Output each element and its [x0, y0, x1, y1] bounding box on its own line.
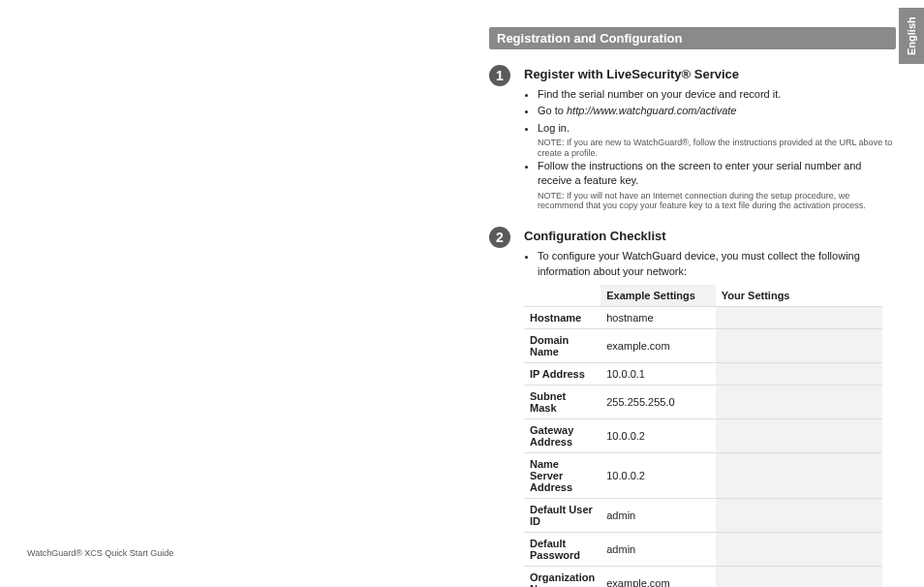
row-your-settings[interactable]	[716, 306, 882, 328]
row-your-settings[interactable]	[716, 532, 882, 566]
row-your-settings[interactable]	[716, 418, 882, 452]
row-example: 10.0.0.2	[601, 452, 716, 498]
table-row: Domain Nameexample.com	[524, 328, 882, 362]
th-example: Example Settings	[601, 285, 716, 307]
row-example: example.com	[601, 328, 716, 362]
row-label: Default User ID	[524, 498, 601, 532]
main-content: Registration and Configuration 1 Registe…	[489, 27, 896, 587]
footer-text: WatchGuard® XCS Quick Start Guide	[27, 548, 173, 558]
configuration-table: Example Settings Your Settings Hostnameh…	[524, 285, 882, 587]
row-your-settings[interactable]	[716, 362, 882, 385]
bullet-item: Log in.	[538, 121, 896, 136]
table-row: Organization Nameexample.com	[524, 566, 882, 587]
row-label: Default Password	[524, 532, 601, 566]
row-label: Domain Name	[524, 328, 601, 362]
row-label: Hostname	[524, 306, 601, 328]
row-example: 10.0.0.1	[601, 362, 716, 385]
table-body: HostnamehostnameDomain Nameexample.comIP…	[524, 306, 882, 587]
table-row: Gateway Address10.0.0.2	[524, 418, 882, 452]
row-your-settings[interactable]	[716, 452, 882, 498]
bullet-item: Find the serial number on your device an…	[538, 87, 896, 102]
table-row: Name Server Address10.0.0.2	[524, 452, 882, 498]
bullet-item: Go to http://www.watchguard.com/activate	[538, 104, 896, 118]
row-your-settings[interactable]	[716, 328, 882, 362]
row-your-settings[interactable]	[716, 498, 882, 532]
note-text: NOTE: If you will not have an Internet c…	[538, 191, 896, 212]
row-label: Gateway Address	[524, 418, 601, 452]
step-1-bullets-cont: Follow the instructions on the screen to…	[524, 159, 896, 189]
step-2-body: Configuration Checklist To configure you…	[524, 229, 896, 587]
row-example: 10.0.0.2	[601, 418, 716, 452]
step-number-icon: 2	[489, 227, 510, 248]
step-2: 2 Configuration Checklist To configure y…	[489, 229, 896, 587]
row-label: Subnet Mask	[524, 385, 601, 418]
bullet-prefix: Go to	[538, 105, 567, 116]
table-row: Default User IDadmin	[524, 498, 882, 532]
row-example: 255.255.255.0	[601, 385, 716, 418]
step-number-icon: 1	[489, 65, 510, 86]
note-text: NOTE: If you are new to WatchGuard®, fol…	[538, 138, 896, 159]
table-row: Subnet Mask255.255.255.0	[524, 385, 882, 418]
row-label: Name Server Address	[524, 452, 601, 498]
row-example: admin	[601, 532, 716, 566]
row-example: admin	[601, 498, 716, 532]
section-header: Registration and Configuration	[489, 27, 896, 49]
row-label: Organization Name	[524, 566, 601, 587]
row-your-settings[interactable]	[716, 566, 882, 587]
step-1-bullets: Find the serial number on your device an…	[524, 87, 896, 136]
row-example: hostname	[601, 306, 716, 328]
activate-url: http://www.watchguard.com/activate	[567, 105, 736, 116]
row-example: example.com	[601, 566, 716, 587]
th-your: Your Settings	[716, 285, 882, 307]
row-your-settings[interactable]	[716, 385, 882, 418]
step-2-title: Configuration Checklist	[524, 229, 896, 243]
row-label: IP Address	[524, 362, 601, 385]
table-row: Hostnamehostname	[524, 306, 882, 328]
step-2-bullets: To configure your WatchGuard device, you…	[524, 249, 896, 279]
step-1: 1 Register with LiveSecurity® Service Fi…	[489, 67, 896, 211]
table-row: IP Address10.0.0.1	[524, 362, 882, 385]
step-1-title: Register with LiveSecurity® Service	[524, 67, 896, 81]
bullet-item: Follow the instructions on the screen to…	[538, 159, 896, 189]
step-1-body: Register with LiveSecurity® Service Find…	[524, 67, 896, 211]
table-row: Default Passwordadmin	[524, 532, 882, 566]
step-2-intro: To configure your WatchGuard device, you…	[538, 249, 896, 279]
th-blank	[524, 285, 601, 307]
language-tab: English	[899, 8, 924, 64]
